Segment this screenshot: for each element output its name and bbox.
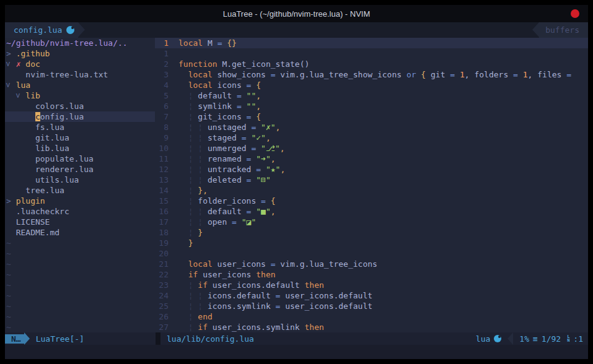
code-line[interactable]: 17 ¦ ¦ open = "◪" [155,217,588,227]
statusline-end-group: lua 1% ≡ 1/92 L N :1 [476,332,588,345]
tree-item[interactable]: utils.lua [5,175,155,185]
tree-item[interactable]: > plugin [5,196,155,206]
code-token: end [198,312,212,321]
tree-item[interactable]: > lib [5,90,155,101]
tree-item[interactable]: > .github [5,48,155,59]
code-token: then [305,323,324,332]
chevron-down-icon[interactable]: > [5,62,14,67]
code-line[interactable]: 12 ¦ ¦ untracked = "★", [155,164,588,175]
tree-root[interactable]: ~/github/nvim-tree.lua/.. [5,38,155,48]
tree-item-label: git.lua [35,133,69,142]
command-line[interactable] [5,345,588,359]
code-token: user_icons.symlink [208,323,305,332]
tree-item[interactable]: git.lua [5,132,155,143]
code-line[interactable]: 16 ¦ ¦ default = "■", [155,206,588,217]
tree-item[interactable]: tree.lua [5,185,155,196]
statusline-right: lua/lib/config.lua lua 1% ≡ 1/92 L N :1 [160,332,588,345]
code-token: = [237,102,242,111]
code-token: = [232,217,237,227]
code-line[interactable]: 26 ¦ end [155,311,588,322]
tree-item[interactable]: colors.lua [5,101,155,111]
code-token [178,238,188,248]
empty-buffer-line: ~ [5,248,155,259]
code-token: , folders [465,70,513,79]
code-token: { [256,112,261,121]
code-line[interactable]: 19 } [155,238,588,248]
code-token [178,80,188,90]
tree-item[interactable]: .luacheckrc [5,206,155,217]
code-line[interactable]: 7 ¦ git_icons = { [155,111,588,122]
code-token: = [242,133,247,142]
code-token: if [198,280,208,290]
tree-item[interactable]: populate.lua [5,154,155,164]
chevron-down-icon[interactable]: > [13,93,24,98]
empty-buffer-line: ~ [5,238,155,248]
code-text: ¦ ¦ icons.symlink = user_icons.default [178,301,372,311]
code-line[interactable]: 25 ¦ ¦ icons.symlink = user_icons.defaul… [155,301,588,311]
code-token: 1 [518,70,528,79]
code-line[interactable]: 27 ¦ if user_icons.symlink then [155,322,588,332]
code-token [178,112,188,121]
chevron-right-icon[interactable]: > [6,49,11,58]
tree-item[interactable]: README.md [5,227,155,238]
code-line[interactable]: 2function M.get_icon_state() [155,59,588,69]
code-line[interactable]: 24 ¦ ¦ icons.default = user_icons.defaul… [155,290,588,301]
chevron-down-icon[interactable]: > [5,83,14,88]
code-token: "➜" [251,154,270,163]
buffer-tab-config-lua[interactable]: config.lua [5,22,78,38]
file-tree[interactable]: ~/github/nvim-tree.lua/..> .github> ✗ do… [5,38,155,332]
code-line[interactable]: 1local M = {} [155,38,588,48]
code-line[interactable]: 3 local show_icons = vim.g.lua_tree_show… [155,69,588,80]
tree-item[interactable]: nvim-tree-lua.txt [5,69,155,80]
code-line[interactable]: 8 ¦ ¦ unstaged = "✗", [155,122,588,132]
tree-item-label: .github [16,49,50,58]
empty-buffer-line: ~ [5,269,155,280]
tree-item[interactable]: config.lua [5,111,155,122]
chevron-right-icon[interactable]: > [6,196,11,206]
code-line[interactable]: 20 [155,248,588,259]
code-line[interactable]: 10 ¦ ¦ unmerged = "⎇", [155,143,588,154]
tilde-marker: ~ [6,270,11,279]
code-line[interactable]: 23 ¦ if user_icons.default then [155,280,588,290]
statusline-left: N… LuaTree[-] [5,332,156,345]
code-editor[interactable]: 1local M = {}12function M.get_icon_state… [155,38,588,332]
code-token: = [237,91,242,100]
code-token: "" [242,102,256,111]
code-line[interactable]: 4 local icons = { [155,80,588,90]
tree-item[interactable]: renderer.lua [5,164,155,175]
code-token: default [203,207,246,216]
code-token: } [198,228,203,237]
code-line[interactable]: 13 ¦ ¦ deleted = "⊟" [155,175,588,185]
indent-guide: ¦ [198,165,203,174]
code-token: , [271,207,276,216]
tree-item[interactable]: LICENSE [5,217,155,227]
code-line[interactable]: 15 ¦ folder_icons = { [155,196,588,206]
code-token [178,154,188,163]
tree-item[interactable]: fs.lua [5,122,155,132]
code-line[interactable]: 14 ¦ }, [155,185,588,196]
code-line[interactable]: 18 ¦ } [155,227,588,238]
code-line[interactable]: 22 if user_icons then [155,269,588,280]
code-line[interactable]: 11 ¦ ¦ renamed = "➜", [155,154,588,164]
tree-item[interactable]: > lua [5,80,155,90]
tree-item[interactable]: > ✗ doc [5,59,155,69]
tree-item-label: fs.lua [35,123,64,132]
code-text: ¦ ¦ default = "■", [178,206,276,217]
mode-indicator: N… [5,334,24,344]
code-token: {} [227,38,237,48]
code-token: user_icons [198,270,256,279]
tree-item[interactable]: lib.lua [5,143,155,154]
code-text: ¦ ¦ unmerged = "⎇", [178,143,285,154]
indent-guide: ¦ [198,207,203,216]
line-number: 1 [155,48,169,59]
code-line[interactable]: 5 ¦ default = "", [155,90,588,101]
close-button[interactable] [571,9,579,18]
code-line[interactable]: 9 ¦ ¦ staged = "✓", [155,132,588,143]
code-line[interactable]: 6 ¦ symlink = "", [155,101,588,111]
line-number: 2 [155,59,169,69]
code-line[interactable]: 1 [155,48,588,59]
tree-item-label: populate.lua [35,154,94,163]
code-line[interactable]: 21 local user_icons = vim.g.lua_tree_ico… [155,259,588,269]
code-token: vim.g.lua_tree_icons [276,259,377,269]
line-number: 3 [155,69,169,80]
